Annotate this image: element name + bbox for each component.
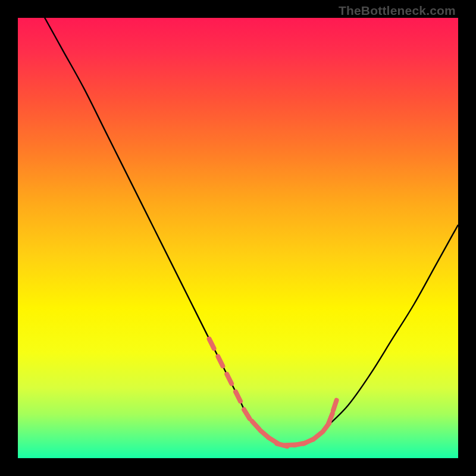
highlight-marker: [218, 356, 223, 366]
highlight-marker: [252, 421, 259, 429]
curve-group: [40, 9, 458, 445]
chart-frame: TheBottleneck.com: [0, 0, 476, 476]
bottleneck-curve-path: [40, 9, 458, 445]
highlight-marker: [227, 374, 231, 384]
highlight-marker: [236, 392, 240, 401]
highlight-marker: [333, 400, 337, 411]
watermark-text: TheBottleneck.com: [339, 4, 456, 18]
plot-area: [18, 18, 458, 458]
highlight-markers-group: [209, 339, 337, 446]
highlight-marker: [209, 339, 214, 349]
highlight-marker: [244, 409, 249, 418]
bottleneck-curve-svg: [18, 18, 458, 458]
highlight-marker: [313, 433, 321, 439]
